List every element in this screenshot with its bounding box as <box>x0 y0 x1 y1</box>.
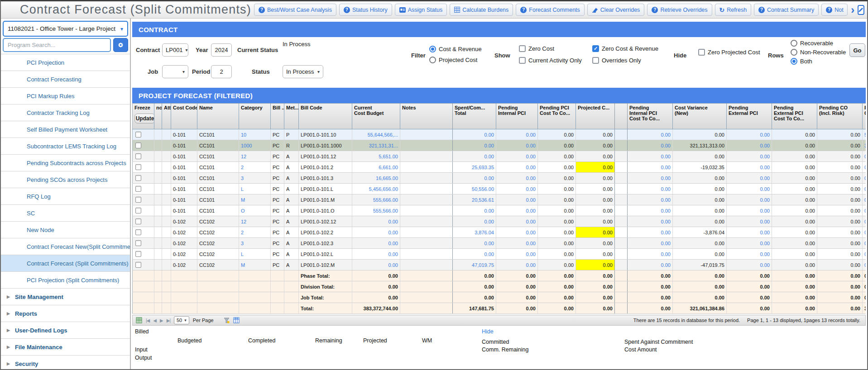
cell-overflow[interactable]: 0 <box>863 194 866 205</box>
sidebar-item[interactable]: Contract Forecast New(Split Commitments) <box>1 238 130 255</box>
header-button[interactable]: Assign Status <box>395 4 447 16</box>
rows-option-both[interactable]: Both <box>791 58 812 65</box>
edit-icon[interactable] <box>858 5 864 15</box>
cell-pending_internal_pci[interactable]: 0.00 <box>496 216 538 227</box>
contract-select[interactable]: LP001 ▾ <box>162 43 188 57</box>
rows-option-non-recoverable[interactable]: Non-Recoverable <box>791 49 846 56</box>
cell-current_cost_budget[interactable]: 0.00 <box>352 216 400 227</box>
cell-category[interactable]: 10 <box>239 129 271 140</box>
per-page-select[interactable]: 50 ▾ <box>174 316 189 324</box>
sidebar-section[interactable]: ▶User-Defined Logs <box>1 322 130 339</box>
cell-current_cost_budget[interactable]: 6,661.00 <box>352 162 400 173</box>
show-option-zero-cost-revenue[interactable]: ✓ Zero Cost & Revenue <box>592 45 658 52</box>
sidebar-item[interactable]: PCI Markup Rules <box>1 88 130 104</box>
cell-current_cost_budget[interactable]: 555,666.00 <box>352 194 400 205</box>
cell-pending_internal_pci_ctc[interactable]: 0.00 <box>628 216 673 227</box>
cell-current_cost_budget[interactable]: 555,566.00 <box>352 205 400 216</box>
update-button[interactable]: Update <box>134 114 154 123</box>
cell-overflow[interactable]: 0 <box>863 205 866 216</box>
cell-overflow[interactable]: 0 <box>863 151 866 162</box>
cell-spent_comm_total[interactable]: 0.00 <box>453 140 496 151</box>
next-page-button[interactable]: ▶ <box>160 318 163 323</box>
cell-overflow[interactable]: 0 <box>863 162 866 173</box>
cell-pending_external_pci[interactable]: 0.00 <box>727 129 772 140</box>
cell-pending_internal_pci[interactable]: 0.00 <box>496 194 538 205</box>
header-button[interactable]: ?Retrieve Overrides <box>647 4 712 16</box>
cell-pending_internal_pci_ctc[interactable]: 0.00 <box>628 249 673 260</box>
cell-pending_internal_pci[interactable]: 0.00 <box>496 184 538 194</box>
sidebar-item[interactable]: Contractor Tracking Log <box>1 104 130 121</box>
cell-spent_comm_total[interactable]: 3,876.04 <box>453 227 496 238</box>
cell-pending_external_pci[interactable]: 0.00 <box>727 194 772 205</box>
job-select[interactable]: ▾ <box>162 65 188 78</box>
cell-pending_external_pci[interactable]: 0.00 <box>727 173 772 184</box>
cell-pending_internal_pci[interactable]: 0.00 <box>496 227 538 238</box>
cell-overflow[interactable]: 0 <box>863 260 866 270</box>
cell-pending_internal_pci_ctc[interactable]: 0.00 <box>628 129 673 140</box>
hide-option-zero-projected-cost[interactable]: Zero Projected Cost <box>698 49 760 56</box>
cell-spent_comm_total[interactable]: 0.00 <box>453 238 496 249</box>
cell-current_cost_budget[interactable]: 0.00 <box>352 227 400 238</box>
cell-pending_external_pci[interactable]: 0.00 <box>727 216 772 227</box>
cell-current_cost_budget[interactable]: 0.00 <box>352 238 400 249</box>
settings-button[interactable] <box>113 38 128 52</box>
cell-pending_internal_pci[interactable]: 0.00 <box>496 260 538 270</box>
cell-category[interactable]: 3 <box>239 238 271 249</box>
cell-category[interactable]: M <box>239 194 271 205</box>
cell-pending_internal_pci[interactable]: 0.00 <box>496 249 538 260</box>
cell-spent_comm_total[interactable]: 0.00 <box>453 249 496 260</box>
cell-spent_comm_total[interactable]: 0.00 <box>453 151 496 162</box>
row-checkbox[interactable] <box>135 262 141 268</box>
cell-pending_internal_pci[interactable]: 0.00 <box>496 162 538 173</box>
cell-overflow[interactable]: 0 <box>863 216 866 227</box>
sidebar-item[interactable]: PCI Projection (Split Commitments) <box>1 272 130 289</box>
row-checkbox[interactable] <box>135 186 141 192</box>
row-checkbox[interactable] <box>135 197 141 203</box>
cell-category[interactable]: 2 <box>239 227 271 238</box>
cell-pending_external_pci[interactable]: 0.00 <box>727 151 772 162</box>
project-select[interactable]: 11082021 - Office Tower - Large Project … <box>3 21 128 37</box>
cell-overflow[interactable]: 3 <box>863 140 866 151</box>
prev-page-button[interactable]: ◀ <box>153 318 156 323</box>
cell-pending_internal_pci[interactable]: 0.00 <box>496 238 538 249</box>
cell-pending_external_pci[interactable]: 0.00 <box>727 249 772 260</box>
cell-pending_internal_pci_ctc[interactable]: 0.00 <box>628 238 673 249</box>
cell-pending_external_pci[interactable]: 0.00 <box>727 162 772 173</box>
cell-spent_comm_total[interactable]: 0.00 <box>453 129 496 140</box>
cell-pending_external_pci[interactable]: 0.00 <box>727 238 772 249</box>
cell-pending_internal_pci_ctc[interactable]: 0.00 <box>628 162 673 173</box>
program-search-input[interactable] <box>3 38 111 52</box>
cell-pending_internal_pci[interactable]: 0.00 <box>496 173 538 184</box>
cell-category[interactable]: 12 <box>239 216 271 227</box>
cell-pending_external_pci[interactable]: 0.00 <box>727 227 772 238</box>
period-field[interactable] <box>211 65 232 78</box>
cell-overflow[interactable]: 0 <box>863 238 866 249</box>
row-checkbox[interactable] <box>135 164 141 170</box>
grid-green-icon[interactable] <box>136 317 142 323</box>
cell-overflow[interactable]: 0 <box>863 173 866 184</box>
sidebar-item[interactable]: SC <box>1 205 130 222</box>
sidebar-item[interactable]: New Node <box>1 222 130 238</box>
cell-pending_external_pci[interactable]: 0.00 <box>727 140 772 151</box>
row-checkbox[interactable] <box>135 218 141 224</box>
cell-category[interactable]: O <box>239 205 271 216</box>
filter-option-cost-revenue[interactable]: Cost & Revenue <box>429 46 482 52</box>
row-checkbox[interactable] <box>135 175 141 181</box>
chevron-right-icon[interactable]: › <box>851 5 854 14</box>
sidebar-section[interactable]: ▶Site Management <box>1 289 130 305</box>
row-checkbox[interactable] <box>135 142 141 148</box>
sidebar-item[interactable]: Pending Subcontracts across Projects <box>1 155 130 171</box>
row-checkbox[interactable] <box>135 132 141 138</box>
header-button[interactable]: ?Contract Summary <box>754 4 819 16</box>
cell-pending_internal_pci_ctc[interactable]: 0.00 <box>628 205 673 216</box>
sidebar-section[interactable]: ▶File Maintenance <box>1 339 130 356</box>
filter-funnel-icon[interactable] <box>224 318 230 323</box>
go-button[interactable]: Go <box>849 43 865 57</box>
year-field[interactable] <box>211 43 232 57</box>
cell-category[interactable]: L <box>239 249 271 260</box>
sidebar-section[interactable]: ▶Reports <box>1 305 130 322</box>
hide-link[interactable]: Hide <box>482 328 494 335</box>
cell-pending_internal_pci_ctc[interactable]: 0.00 <box>628 260 673 270</box>
column-chooser-icon[interactable] <box>233 317 240 323</box>
cell-pending_internal_pci_ctc[interactable]: 0.00 <box>628 184 673 194</box>
